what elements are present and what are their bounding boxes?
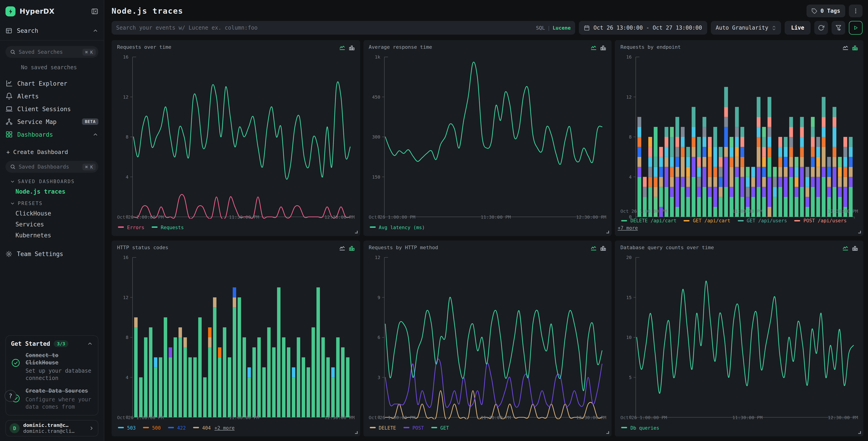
granularity-select[interactable]: Auto Granularity [711,21,781,35]
legend-item[interactable]: GET /api/cart [684,218,730,223]
help-button[interactable]: ? [5,390,17,402]
page-title: Node.js traces [112,6,806,16]
get-started-step-connect[interactable]: Connect to ClickHouse Set up your databa… [11,351,93,382]
service-map-icon [5,118,13,125]
line-chart-mode-icon[interactable] [591,245,597,251]
filter-edit-icon [835,25,842,31]
sidebar-item-dashboards[interactable]: Dashboards [5,128,98,141]
sidebar-item-team-settings[interactable]: Team Settings [5,248,98,260]
query-language-toggle[interactable]: SQL|Lucene [536,25,571,31]
svg-text:4: 4 [126,375,128,380]
app-root: HyperDX Search ⌘ K No saved searches Cha… [0,0,868,441]
x-tick-label: 12:30:00 PM [576,214,606,219]
line-chart-mode-icon[interactable] [339,45,345,51]
legend-item[interactable]: POST /api/users [794,218,846,223]
legend-item[interactable]: 503 [118,425,136,430]
laptop-icon [5,105,13,113]
event-search-box[interactable]: SQL|Lucene [112,21,575,35]
tags-button[interactable]: 0 Tags [806,5,845,17]
chart-card-database-query-counts: Database query counts over time 20151050… [615,240,863,436]
preset-link-clickhouse[interactable]: ClickHouse [5,210,98,217]
sidebar-item-client-sessions[interactable]: Client Sessions [5,102,98,115]
legend-item[interactable]: GET [431,425,449,430]
divider [0,40,104,40]
line-chart-mode-icon[interactable] [842,45,848,51]
sidebar-item-search[interactable]: Search [5,25,98,36]
legend-item[interactable]: GET /api/users [738,218,787,223]
resize-handle-icon[interactable] [606,430,610,434]
legend-label: 422 [177,425,186,430]
chart-plot-area[interactable]: 1612840 [117,253,354,414]
refresh-button[interactable] [814,21,828,35]
search-section-icon [5,27,12,34]
saved-dashboards-box[interactable]: ⌘ K [5,161,98,173]
run-query-button[interactable] [849,21,863,35]
resize-handle-icon[interactable] [857,230,861,234]
chart-title: Requests by HTTP method [369,245,591,251]
legend-item[interactable]: 422 [168,425,186,430]
chart-plot-area[interactable]: 1k4503001500 [369,52,606,214]
legend-item[interactable]: Errors [118,224,144,230]
chart-card-requests-by-http-method: Requests by HTTP method 129630 Oct 26 1:… [363,240,612,436]
date-range-button[interactable]: Oct 26 13:00:00 - Oct 27 13:00:00 [579,21,707,35]
preset-link-kubernetes[interactable]: Kubernetes [5,232,98,239]
saved-dashboards-input[interactable] [19,164,79,170]
dashboard-link-nodejs-traces[interactable]: Node.js traces [5,188,98,195]
x-axis-labels: Oct 26 1:00:00 PM11:30:00 PM12:30:00 PM [369,415,606,420]
bar-chart-mode-icon[interactable] [349,245,354,251]
check-circle-icon [11,358,21,368]
chevron-up-icon [92,131,98,137]
line-chart-mode-icon[interactable] [339,245,345,251]
legend-item[interactable]: POST [403,425,424,430]
legend-item[interactable]: 500 [143,425,161,430]
legend-more-link[interactable]: +7 more [618,225,638,231]
user-account-button[interactable]: D dominic.tran@c… dominic.tran@cli… [5,420,98,436]
saved-dashboards-section[interactable]: SAVED DASHBOARDS [5,179,98,184]
chart-plot-area[interactable]: 20151050 [620,253,858,414]
legend-item[interactable]: 404 [193,425,211,430]
bar-chart-mode-icon[interactable] [852,245,858,251]
chart-plot-area[interactable]: 1612840 [117,52,354,214]
legend-label: Db queries [630,425,659,430]
legend-item[interactable]: DELETE [370,425,396,430]
line-chart-mode-icon[interactable] [842,245,848,251]
chart-plot-area[interactable]: 129630 [369,253,606,414]
line-chart-mode-icon[interactable] [591,45,597,51]
bar-chart-mode-icon[interactable] [852,45,858,51]
resize-handle-icon[interactable] [606,230,610,234]
get-started-step-sources[interactable]: Create Data Sources Configure where your… [11,387,93,410]
saved-searches-input[interactable] [19,49,79,55]
live-button[interactable]: Live [785,21,811,35]
legend-item[interactable]: DELETE /api/cart [621,218,677,223]
resize-handle-icon[interactable] [857,430,861,434]
legend-item[interactable]: Avg latency (ms) [370,224,425,230]
legend-item[interactable]: Requests [152,224,184,230]
bar-chart-mode-icon[interactable] [349,45,354,51]
bar-chart-mode-icon[interactable] [600,245,607,251]
legend-swatch [621,427,627,428]
preset-link-services[interactable]: Services [5,221,98,228]
sidebar-item-service-map[interactable]: Service Map BETA [5,115,98,128]
sidebar-item-alerts[interactable]: Alerts [5,90,98,102]
legend-more-link[interactable]: +2 more [215,425,235,430]
chart-title: Database query counts over time [620,245,842,251]
resize-handle-icon[interactable] [353,430,358,434]
svg-text:8: 8 [126,134,128,140]
resize-handle-icon[interactable] [353,230,358,234]
chart-plot-area[interactable]: 1612840 [620,52,858,208]
presets-section[interactable]: PRESETS [5,201,98,206]
chart-legend: ErrorsRequests [118,224,354,231]
x-tick-label: 11:30:00 PM [481,214,511,219]
create-dashboard-button[interactable]: + Create Dashboard [5,146,98,157]
bar-chart-mode-icon[interactable] [600,45,607,51]
event-search-input[interactable] [116,25,532,31]
dashboard-grid: Requests over time 1612840 Oct 26 1:00:0… [104,35,868,441]
more-options-button[interactable] [849,5,863,17]
sidebar-item-chart-explorer[interactable]: Chart Explorer [5,77,98,90]
chevron-up-icon[interactable] [87,341,93,347]
legend-label: Requests [161,224,184,230]
filter-button[interactable] [832,21,845,35]
legend-item[interactable]: Db queries [621,425,659,430]
collapse-sidebar-icon[interactable] [91,8,98,15]
saved-searches-box[interactable]: ⌘ K [5,46,98,58]
